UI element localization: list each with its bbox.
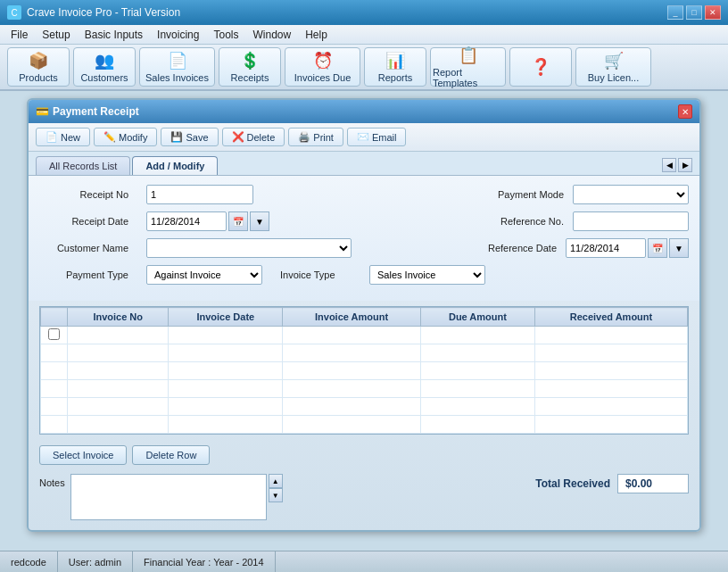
scroll-down-button[interactable]: ▼ bbox=[269, 488, 283, 502]
form-row-customer: Customer Name Reference Date 📅 ▼ bbox=[39, 238, 689, 258]
reference-date-wrapper: 📅 ▼ bbox=[566, 238, 689, 258]
payment-receipt-dialog: 💳 Payment Receipt ✕ 📄 New ✏️ Modify 💾 Sa… bbox=[27, 98, 701, 532]
print-icon: 🖨️ bbox=[298, 131, 310, 143]
receipt-no-input[interactable] bbox=[146, 185, 253, 204]
toolbar-reports-label: Reports bbox=[378, 72, 413, 83]
save-button[interactable]: 💾 Save bbox=[161, 128, 218, 146]
reference-no-input[interactable] bbox=[573, 211, 689, 231]
window-controls: _ □ ✕ bbox=[667, 5, 721, 20]
reference-date-input[interactable] bbox=[566, 238, 646, 258]
dialog-close-button[interactable]: ✕ bbox=[678, 104, 692, 119]
receipt-date-dropdown-button[interactable]: ▼ bbox=[250, 211, 269, 231]
col-invoice-no: Invoice No bbox=[68, 308, 169, 327]
invoice-type-select[interactable]: Sales Invoice Purchase Invoice bbox=[369, 265, 485, 285]
toolbar-sales-invoices[interactable]: 📄 Sales Invoices bbox=[139, 47, 215, 87]
receipt-no-label: Receipt No bbox=[39, 189, 128, 200]
bottom-buttons: Select Invoice Delete Row bbox=[29, 440, 699, 470]
toolbar-invoices-due[interactable]: ⏰ Invoices Due bbox=[285, 47, 360, 87]
reference-no-label: Reference No. bbox=[466, 216, 564, 227]
invoice-table-wrapper: Invoice No Invoice Date Invoice Amount D… bbox=[39, 306, 689, 435]
toolbar-reports[interactable]: 📊 Reports bbox=[364, 47, 426, 87]
toolbar-report-templates-label: Report Templates bbox=[433, 67, 503, 88]
tab-all-records[interactable]: All Records List bbox=[36, 156, 130, 175]
table-row bbox=[41, 344, 688, 362]
notes-textarea[interactable] bbox=[70, 474, 267, 520]
row-checkbox[interactable] bbox=[48, 328, 60, 340]
form-row-receipt-no: Receipt No Payment Mode Cash Cheque Bank… bbox=[39, 185, 689, 204]
reports-icon: 📊 bbox=[385, 51, 405, 70]
form-row-receipt-date: Receipt Date 📅 ▼ Reference No. bbox=[39, 211, 689, 231]
notes-label: Notes bbox=[39, 477, 65, 488]
maximize-button[interactable]: □ bbox=[686, 5, 702, 20]
dialog-toolbar: 📄 New ✏️ Modify 💾 Save ❌ Delete 🖨️ Print… bbox=[29, 123, 699, 152]
delete-row-button[interactable]: Delete Row bbox=[132, 445, 210, 465]
toolbar-receipts-label: Receipts bbox=[231, 72, 269, 83]
menu-tools[interactable]: Tools bbox=[206, 27, 245, 43]
receipt-date-input[interactable] bbox=[146, 211, 227, 231]
scroll-up-button[interactable]: ▲ bbox=[269, 474, 283, 488]
delete-icon: ❌ bbox=[232, 131, 244, 143]
invoice-amount-cell bbox=[283, 327, 421, 344]
report-templates-icon: 📋 bbox=[459, 46, 478, 65]
col-invoice-date: Invoice Date bbox=[169, 308, 283, 327]
new-button[interactable]: 📄 New bbox=[36, 128, 90, 146]
menu-window[interactable]: Window bbox=[245, 27, 298, 43]
row-checkbox-cell bbox=[41, 327, 68, 344]
tab-next-button[interactable]: ▶ bbox=[678, 158, 692, 172]
tab-add-modify[interactable]: Add / Modify bbox=[132, 156, 218, 175]
table-row bbox=[41, 380, 688, 398]
save-label: Save bbox=[186, 132, 208, 143]
menu-bar: File Setup Basic Inputs Invoicing Tools … bbox=[0, 25, 728, 45]
toolbar-sales-invoices-label: Sales Invoices bbox=[145, 72, 209, 83]
reference-date-label: Reference Date bbox=[459, 243, 557, 253]
receipt-date-picker-button[interactable]: 📅 bbox=[228, 211, 248, 231]
payment-mode-group: Payment Mode Cash Cheque Bank Transfer bbox=[466, 185, 689, 204]
toolbar-report-templates[interactable]: 📋 Report Templates bbox=[430, 47, 506, 87]
email-button[interactable]: ✉️ Email bbox=[347, 128, 407, 146]
invoice-type-label: Invoice Type bbox=[280, 269, 352, 280]
menu-help[interactable]: Help bbox=[298, 27, 335, 43]
receipt-date-wrapper: 📅 ▼ bbox=[146, 211, 269, 231]
menu-basic-inputs[interactable]: Basic Inputs bbox=[78, 27, 150, 43]
payment-mode-select[interactable]: Cash Cheque Bank Transfer bbox=[573, 185, 689, 204]
menu-invoicing[interactable]: Invoicing bbox=[150, 27, 206, 43]
main-area: 💳 Payment Receipt ✕ 📄 New ✏️ Modify 💾 Sa… bbox=[0, 91, 728, 551]
help-icon: ❓ bbox=[531, 57, 550, 77]
scrollbar-controls: ▲ ▼ bbox=[269, 474, 283, 502]
app-title: Crave Invoice Pro - Trial Version bbox=[27, 6, 180, 19]
payment-type-select[interactable]: Against Invoice Advance Payment bbox=[146, 265, 262, 285]
menu-file[interactable]: File bbox=[4, 27, 35, 43]
print-button[interactable]: 🖨️ Print bbox=[288, 128, 343, 146]
close-button[interactable]: ✕ bbox=[705, 5, 721, 20]
tab-prev-button[interactable]: ◀ bbox=[662, 158, 676, 172]
reference-date-picker-button[interactable]: 📅 bbox=[648, 238, 667, 258]
toolbar-receipts[interactable]: 💲 Receipts bbox=[219, 47, 281, 87]
new-label: New bbox=[61, 132, 80, 143]
payment-mode-label: Payment Mode bbox=[466, 189, 564, 200]
toolbar-help[interactable]: ❓ bbox=[509, 47, 572, 87]
form-row-payment-type: Payment Type Against Invoice Advance Pay… bbox=[39, 265, 689, 285]
toolbar-customers[interactable]: 👥 Customers bbox=[73, 47, 136, 87]
table-row bbox=[41, 416, 688, 434]
invoices-due-icon: ⏰ bbox=[313, 51, 333, 70]
dialog-icon: 💳 bbox=[36, 105, 49, 118]
email-label: Email bbox=[372, 132, 397, 143]
select-invoice-button[interactable]: Select Invoice bbox=[39, 445, 127, 465]
invoice-no-cell bbox=[68, 327, 169, 344]
delete-label: Delete bbox=[247, 132, 276, 143]
invoice-table: Invoice No Invoice Date Invoice Amount D… bbox=[40, 307, 688, 434]
toolbar-products[interactable]: 📦 Products bbox=[7, 47, 70, 87]
total-received-label: Total Received bbox=[535, 477, 610, 490]
notes-wrapper: ▲ ▼ bbox=[70, 474, 267, 523]
toolbar-buy[interactable]: 🛒 Buy Licen... bbox=[575, 47, 651, 87]
menu-setup[interactable]: Setup bbox=[35, 27, 77, 43]
minimize-button[interactable]: _ bbox=[667, 5, 683, 20]
modify-icon: ✏️ bbox=[103, 131, 116, 143]
dialog-tabs: All Records List Add / Modify ◀ ▶ bbox=[29, 152, 699, 176]
reference-date-dropdown-button[interactable]: ▼ bbox=[669, 238, 689, 258]
modify-button[interactable]: ✏️ Modify bbox=[94, 128, 157, 146]
customer-name-select[interactable] bbox=[146, 238, 352, 258]
delete-button[interactable]: ❌ Delete bbox=[222, 128, 285, 146]
payment-type-label: Payment Type bbox=[39, 269, 128, 280]
total-received-value: $0.00 bbox=[617, 474, 689, 493]
